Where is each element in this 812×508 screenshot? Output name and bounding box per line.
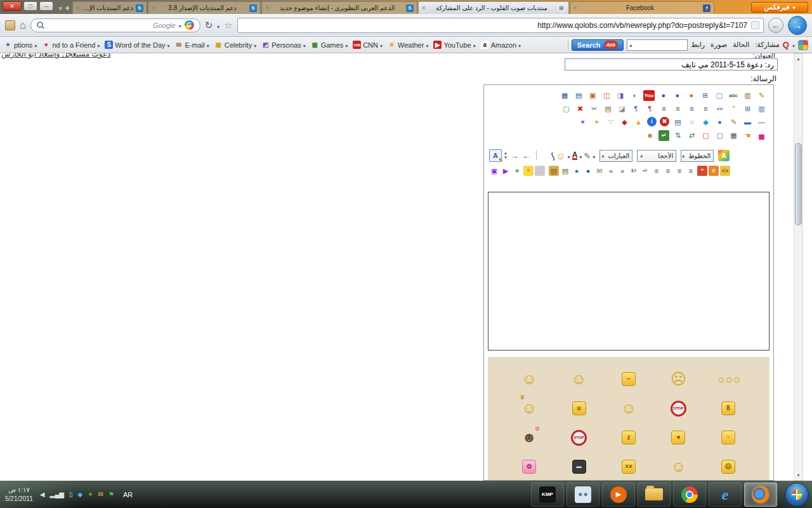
chat-bubble-icon[interactable]: ◗ (629, 90, 640, 101)
sort-icon[interactable]: ⇅ (672, 130, 683, 141)
tab-close-icon[interactable] (422, 4, 426, 11)
tab-qolob-reply[interactable]: منتديات صوت القلوب - الرد على المشاركة ▤ (418, 1, 569, 14)
smiley-neutral[interactable]: 8 (721, 401, 735, 415)
message-editor[interactable] (488, 192, 769, 351)
smiley-thinking[interactable]: ☹ (671, 371, 686, 387)
phrases-select[interactable]: العبارات (599, 150, 632, 162)
media-tray-icon[interactable]: ◆ (77, 491, 82, 498)
indent-icon[interactable]: » (617, 166, 627, 176)
smiley-sleepy[interactable]: − (622, 372, 636, 386)
photo-icon[interactable]: ▣ (587, 90, 598, 101)
journal-icon[interactable]: ▥ (742, 90, 753, 101)
justify-icon[interactable]: ≡ (686, 166, 696, 176)
ask-options[interactable]: ✦ ptions (1, 41, 39, 49)
smiley-sleeping[interactable]: z (622, 431, 636, 444)
smiley-tongue[interactable]: u (572, 401, 586, 415)
quote-icon[interactable]: ” (728, 104, 739, 114)
search-engine-caret-icon[interactable] (179, 22, 181, 29)
red-frame-icon[interactable]: ▢ (700, 130, 711, 141)
smiley-king[interactable]: ☺ (521, 401, 537, 416)
php-icon[interactable]: # (709, 166, 719, 176)
table-insert-icon[interactable]: ⊞ (742, 104, 753, 114)
share-link-link[interactable]: رابط (691, 41, 705, 49)
font-family-select[interactable]: الخطوط (681, 150, 714, 162)
flag-icon[interactable]: ⚑ (108, 491, 114, 498)
smilies-menu-icon[interactable] (556, 150, 565, 161)
scroll-down-icon[interactable] (794, 471, 802, 479)
tab-vb-support-2[interactable]: دعم المنتديات الإصدار 3.8 S (148, 1, 261, 14)
smiley-blank[interactable]: · (721, 431, 735, 444)
media-blue-icon[interactable]: ● (658, 90, 669, 101)
outdent-icon[interactable]: « (606, 166, 616, 176)
page-scrollbar[interactable] (794, 53, 803, 481)
mail-tray-icon[interactable]: ✉ (98, 491, 103, 498)
blue-frame-icon[interactable]: ▢ (714, 130, 725, 141)
tab-arab-dev-support[interactable]: الدعم العربي التطويرى - إنشاء موضوع جديد… (261, 1, 417, 14)
undo-icon[interactable] (521, 150, 532, 161)
youtube-icon[interactable]: You (643, 90, 655, 101)
tab-facebook[interactable]: Facebook f (570, 1, 714, 14)
album-icon[interactable]: ◨ (615, 90, 626, 101)
post-title-input[interactable] (565, 58, 778, 70)
align-center-icon[interactable]: ≡ (672, 104, 683, 114)
eraser-icon[interactable]: ◪ (617, 104, 627, 114)
new-doc-icon[interactable]: ▢ (561, 104, 572, 114)
smiley-big-grin[interactable]: ☺ (521, 371, 537, 387)
url-bar[interactable]: http://www.qolobs.com/vb/newreply.php?do… (237, 18, 764, 33)
delete-icon[interactable]: ✖ (575, 104, 586, 114)
tab-close-icon[interactable] (573, 4, 577, 11)
warning-icon[interactable]: ▲ (633, 117, 644, 128)
ltr-paragraph-icon[interactable]: ¶ (645, 104, 655, 114)
start-button[interactable] (785, 483, 809, 507)
share-photo-link[interactable]: صورة (710, 41, 727, 49)
smiley-stop[interactable]: STOP (671, 401, 686, 417)
kmplayer-button[interactable]: KMP (531, 483, 564, 507)
smiley-smile[interactable]: ☺ (571, 371, 587, 387)
scroll-up-icon[interactable] (794, 55, 802, 63)
editor-switch-icon[interactable] (718, 150, 730, 161)
comment-icon[interactable]: ≡ (523, 166, 534, 176)
compose-icon[interactable]: ✎ (756, 90, 767, 101)
media-player-button[interactable]: ▶ (602, 483, 635, 507)
remove-icon[interactable]: ✖ (660, 117, 669, 126)
ask-cnn[interactable]: CNN CNN (350, 41, 385, 49)
media-orange-icon[interactable]: ● (686, 90, 697, 101)
editor-mode-toggle[interactable] (489, 149, 502, 162)
smiley-love[interactable]: ✿ (522, 460, 536, 474)
chevron-down-icon[interactable] (792, 41, 795, 49)
align-right-icon[interactable]: ≡ (658, 104, 669, 114)
smiley-girl[interactable]: ☻ (522, 431, 537, 444)
ask-celebrity[interactable]: ▣ Celebrity (212, 41, 259, 49)
html-icon[interactable]: <> (720, 166, 730, 176)
panel-icon[interactable]: ▥ (756, 104, 767, 114)
gallery-icon[interactable]: ◫ (601, 90, 612, 101)
firefox-button[interactable] (744, 483, 777, 507)
attach-icon[interactable] (551, 151, 554, 161)
close-tab-icon[interactable] (58, 4, 62, 12)
burst-icon[interactable]: ✶ (591, 117, 602, 128)
firefox-menu-button[interactable]: فيرفكس (751, 2, 808, 13)
reload-menu-caret-icon[interactable] (217, 20, 219, 31)
chrome-button[interactable] (673, 483, 706, 507)
key-icon[interactable]: ○ (686, 117, 697, 128)
quote-red-icon[interactable]: ” (697, 166, 707, 176)
ask-weather[interactable]: ☀ Weather (385, 41, 431, 49)
tab-vb-support-1[interactable]: دعم المنتديات الإصدار 3.8 - الدعم الج...… (72, 1, 147, 14)
contacts-button[interactable]: ☻☻ (566, 483, 599, 507)
antivirus-icon[interactable]: ✶ (88, 491, 93, 498)
bookmark-star-icon[interactable] (224, 20, 232, 31)
hand-icon[interactable]: ☚ (742, 130, 753, 141)
q-search-icon[interactable]: Q (783, 40, 789, 50)
network-icon[interactable]: ▂▄▆ (49, 491, 63, 498)
spellcheck-icon[interactable]: abc (728, 90, 739, 101)
globe-link-icon[interactable]: ● (583, 166, 593, 176)
paste-icon[interactable]: ▤ (603, 104, 613, 114)
grid-icon[interactable]: ⊞ (700, 90, 710, 101)
ask-word-of-the-day[interactable]: S Word of the Day (102, 41, 172, 49)
numbered-list-icon[interactable]: 1≡ (629, 166, 639, 176)
font-size-select[interactable]: الأحجا (637, 150, 676, 162)
ask-games[interactable]: ▦ Games (308, 41, 350, 49)
new-tab-button[interactable] (65, 3, 70, 13)
align-left-icon[interactable]: ≡ (674, 166, 684, 176)
explorer-button[interactable] (638, 483, 671, 507)
